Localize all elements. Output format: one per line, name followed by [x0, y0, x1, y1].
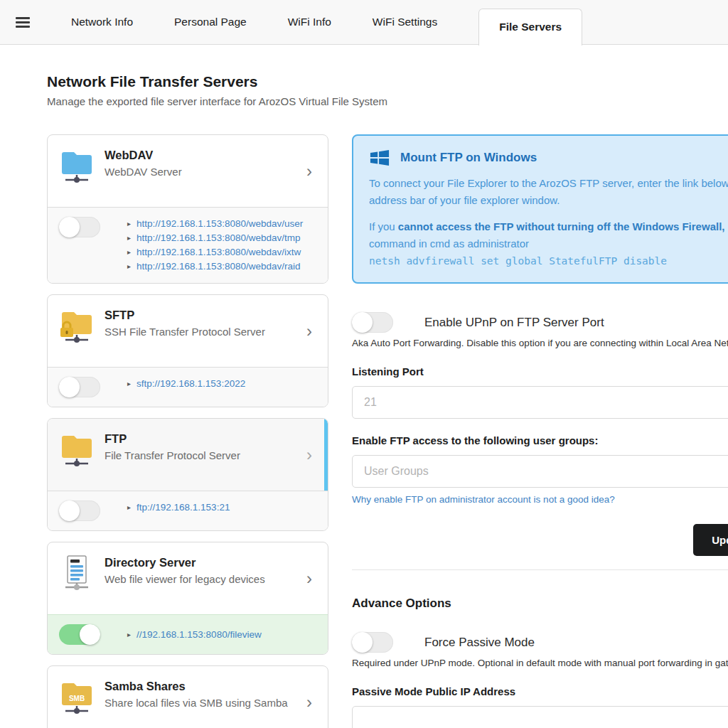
- info-text-line: If you cannot access the FTP without tur…: [369, 218, 728, 235]
- listening-port-input[interactable]: [352, 386, 728, 419]
- ftp-network-folder-icon: [59, 429, 95, 469]
- webdav-url-link[interactable]: http://192.168.1.153:8080/webdav/tmp: [136, 231, 300, 245]
- webdav-enable-toggle[interactable]: [59, 217, 100, 237]
- triangle-bullet-icon: ▸: [127, 217, 131, 231]
- info-text-line: command in cmd as administrator: [369, 235, 728, 252]
- server-card-directory: Directory Server Web file viewer for leg…: [47, 542, 328, 655]
- triangle-bullet-icon: ▸: [127, 231, 131, 245]
- upnp-note: Aka Auto Port Forwarding. Disable this o…: [352, 338, 728, 348]
- ftp-card-footer: ▸ftp://192.168.1.153:21: [48, 491, 328, 530]
- page-header: Network File Transfer Servers Manage the…: [47, 73, 728, 107]
- ftp-url-link[interactable]: ftp://192.168.1.153:21: [136, 500, 230, 515]
- main-content: WebDAV WebDAV Server › ▸http://192.168.1…: [0, 134, 728, 728]
- server-card-webdav: WebDAV WebDAV Server › ▸http://192.168.1…: [47, 134, 328, 284]
- triangle-bullet-icon: ▸: [127, 245, 131, 259]
- force-passive-label: Force Passive Mode: [424, 636, 535, 650]
- sftp-locked-folder-icon: [59, 306, 95, 346]
- sftp-card-footer: ▸sftp://192.168.1.153:2022: [48, 367, 328, 407]
- webdav-url-link[interactable]: http://192.168.1.153:8080/webdav/raid: [136, 259, 300, 274]
- directory-card-footer: ▸//192.168.1.153:8080/fileview: [48, 614, 328, 654]
- server-description: Share local files via SMB using Samba: [105, 697, 288, 709]
- server-description: SSH File Transfer Protocol Server: [105, 326, 265, 338]
- directory-enable-toggle[interactable]: [59, 624, 100, 645]
- user-groups-input[interactable]: [352, 455, 728, 488]
- tab-network-info[interactable]: Network Info: [71, 16, 133, 28]
- samba-card-header[interactable]: SMB Samba Shares Share local files via S…: [48, 666, 328, 728]
- sftp-card-header[interactable]: SFTP SSH File Transfer Protocol Server ›: [48, 295, 328, 367]
- server-name: SFTP: [105, 309, 265, 322]
- ftp-settings-panel: Mount FTP on Windows To connect your Fil…: [340, 134, 728, 728]
- update-button[interactable]: Update: [693, 524, 728, 556]
- server-card-sftp: SFTP SSH File Transfer Protocol Server ›…: [47, 294, 328, 407]
- directory-url-link[interactable]: //192.168.1.153:8080/fileview: [136, 628, 262, 642]
- sftp-url-link[interactable]: sftp://192.168.1.153:2022: [136, 377, 245, 391]
- server-card-ftp: FTP File Transfer Protocol Server › ▸ftp…: [47, 418, 328, 531]
- triangle-bullet-icon: ▸: [127, 259, 131, 274]
- hamburger-menu-icon[interactable]: [16, 15, 30, 30]
- chevron-right-icon[interactable]: ›: [306, 323, 316, 340]
- chevron-right-icon[interactable]: ›: [306, 570, 316, 587]
- server-description: WebDAV Server: [105, 166, 182, 178]
- server-name: Samba Shares: [105, 680, 288, 693]
- chevron-right-icon[interactable]: ›: [306, 446, 316, 464]
- server-name: Directory Server: [105, 556, 265, 569]
- upnp-toggle[interactable]: [352, 312, 393, 333]
- public-ip-label: Passive Mode Public IP Address: [352, 685, 728, 697]
- webdav-url-link[interactable]: http://192.168.1.153:8080/webdav/ixtw: [136, 245, 301, 259]
- chevron-right-icon[interactable]: ›: [306, 163, 316, 180]
- info-text-line: address bar of your file explorer window…: [369, 192, 728, 209]
- mount-ftp-info-box: Mount FTP on Windows To connect your Fil…: [352, 134, 728, 284]
- svg-text:SMB: SMB: [69, 695, 85, 702]
- directory-server-icon: [59, 553, 95, 593]
- server-description: File Transfer Protocol Server: [105, 449, 240, 461]
- section-divider: [352, 569, 728, 570]
- triangle-bullet-icon: ▸: [127, 500, 131, 515]
- page-title: Network File Transfer Servers: [47, 73, 728, 90]
- advance-options-title: Advance Options: [352, 596, 728, 611]
- server-card-samba: SMB Samba Shares Share local files via S…: [47, 665, 328, 728]
- top-nav-bar: Network Info Personal Page WiFi Info WiF…: [0, 0, 728, 45]
- ftp-admin-help-link[interactable]: Why enable FTP on administrator account …: [352, 494, 615, 505]
- force-passive-toggle[interactable]: [352, 632, 393, 653]
- tab-wifi-info[interactable]: WiFi Info: [288, 16, 331, 28]
- server-description: Web file viewer for legacy devices: [105, 573, 265, 585]
- listening-port-label: Listening Port: [352, 365, 728, 378]
- user-groups-label: Enable FTP access to the following user …: [352, 434, 728, 446]
- webdav-card-footer: ▸http://192.168.1.153:8080/webdav/user ▸…: [48, 207, 328, 283]
- passive-mode-toggle-row: Force Passive Mode: [352, 632, 728, 653]
- server-name: FTP: [105, 432, 240, 446]
- info-box-title: Mount FTP on Windows: [400, 151, 537, 165]
- webdav-network-folder-icon: [59, 146, 95, 186]
- server-name: WebDAV: [105, 149, 182, 162]
- triangle-bullet-icon: ▸: [127, 377, 131, 391]
- webdav-card-header[interactable]: WebDAV WebDAV Server ›: [48, 135, 328, 207]
- windows-logo-icon: [369, 148, 390, 168]
- passive-mode-note: Required under UPnP mode. Optional in de…: [352, 658, 728, 668]
- webdav-url-link[interactable]: http://192.168.1.153:8080/webdav/user: [136, 217, 303, 231]
- server-list: WebDAV WebDAV Server › ▸http://192.168.1…: [47, 134, 328, 728]
- directory-card-header[interactable]: Directory Server Web file viewer for leg…: [48, 542, 328, 614]
- sftp-enable-toggle[interactable]: [59, 377, 100, 397]
- public-ip-input[interactable]: [352, 706, 728, 728]
- tab-wifi-settings[interactable]: WiFi Settings: [373, 16, 437, 28]
- upnp-toggle-row: Enable UPnP on FTP Server Port: [352, 312, 728, 333]
- ftp-card-header[interactable]: FTP File Transfer Protocol Server ›: [48, 419, 328, 491]
- page-subtitle: Manage the exported file server interfac…: [47, 95, 728, 107]
- upnp-toggle-label: Enable UPnP on FTP Server Port: [424, 316, 604, 330]
- samba-smb-folder-icon: SMB: [59, 677, 95, 717]
- info-text-line: To connect your File Explorer to the Aro…: [369, 175, 728, 192]
- ftp-enable-toggle[interactable]: [59, 500, 100, 521]
- triangle-bullet-icon: ▸: [127, 628, 131, 642]
- tab-personal-page[interactable]: Personal Page: [174, 16, 247, 28]
- chevron-right-icon[interactable]: ›: [306, 694, 316, 711]
- tab-file-servers[interactable]: File Servers: [478, 9, 582, 46]
- netsh-command-text: netsh advfirewall set global StatefulFTP…: [369, 252, 728, 269]
